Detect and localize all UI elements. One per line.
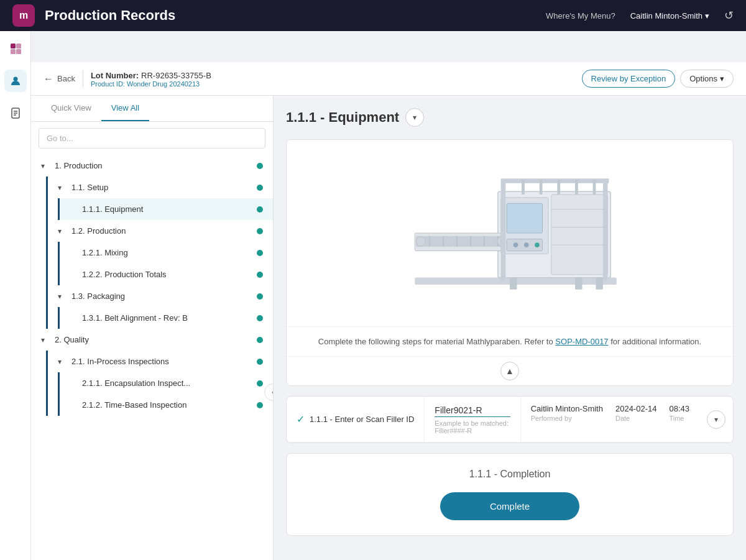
svg-rect-26 xyxy=(501,178,609,183)
performed-by-label: Performed by xyxy=(531,415,603,422)
form-action-cell: ▾ xyxy=(699,397,733,442)
lot-number-line: Lot Number: RR-92635-33755-B xyxy=(91,70,211,80)
status-dot xyxy=(257,272,263,278)
svg-rect-31 xyxy=(593,180,596,195)
tree-item-encapsulation[interactable]: 2.1.1. Encapsulation Inspect... xyxy=(60,372,273,394)
tree-item-time-based[interactable]: 2.1.2. Time-Based Inspection xyxy=(60,394,273,416)
status-dot xyxy=(257,402,263,408)
status-dot xyxy=(257,293,263,300)
time-label: Time xyxy=(669,415,689,422)
menu-help-link[interactable]: Where's My Menu? xyxy=(546,11,615,21)
sub-header-right: Review by Exception Options ▾ xyxy=(582,70,734,88)
left-panel: Quick View View All ▾ 1. Production xyxy=(31,96,274,560)
status-dot xyxy=(257,315,263,321)
svg-rect-3 xyxy=(16,49,21,54)
top-nav-right: Where's My Menu? Caitlin Minton-Smith ▾ … xyxy=(546,9,734,22)
status-dot xyxy=(257,337,263,343)
product-id-line: Product ID: Wonder Drug 20240213 xyxy=(91,80,211,88)
sidebar-home-icon[interactable] xyxy=(4,37,27,60)
goto-input[interactable] xyxy=(39,128,265,149)
svg-rect-40 xyxy=(575,278,582,290)
form-row-dropdown-button[interactable]: ▾ xyxy=(707,410,725,429)
chevron-down-icon: ▾ xyxy=(41,336,50,344)
tree-item-in-process[interactable]: ▾ 2.1. In-Process Inspections xyxy=(48,351,273,372)
form-hint: Example to be matched: Filler####-R xyxy=(435,420,510,434)
sop-link[interactable]: SOP-MD-0017 xyxy=(555,337,608,346)
tree-item-belt-alignment[interactable]: 1.3.1. Belt Alignment - Rev: B xyxy=(60,307,273,329)
back-button[interactable]: ← Back xyxy=(44,73,75,85)
status-dot xyxy=(257,380,263,387)
card-collapse-button[interactable]: ▲ xyxy=(500,362,519,380)
svg-point-19 xyxy=(416,237,425,246)
tree-item-quality[interactable]: ▾ 2. Quality xyxy=(31,329,273,351)
chevron-down-icon: ▾ xyxy=(41,162,50,170)
date-group: 2024-02-14 Date xyxy=(615,404,657,422)
back-arrow-icon: ← xyxy=(44,73,53,85)
right-panel: 1.1.1 - Equipment ▾ xyxy=(274,96,746,560)
svg-rect-30 xyxy=(575,180,578,195)
filler-id-input[interactable] xyxy=(435,404,510,417)
time-value: 08:43 xyxy=(669,404,689,413)
nav-tree: ▾ 1. Production ▾ 1.1. Setup xyxy=(31,155,273,560)
svg-rect-0 xyxy=(11,44,16,48)
chevron-down-icon: ▾ xyxy=(58,227,67,236)
form-input-cell: Example to be matched: Filler####-R xyxy=(425,397,520,442)
tree-section-2: ▾ 2. Quality ▾ 2.1. In-Process Inspectio… xyxy=(31,329,273,416)
sidebar-docs-icon[interactable] xyxy=(4,102,27,124)
svg-rect-28 xyxy=(540,180,543,195)
svg-point-36 xyxy=(513,242,518,247)
chevron-down-icon: ▾ xyxy=(58,357,67,366)
tree-item-packaging[interactable]: ▾ 1.3. Packaging xyxy=(48,285,273,307)
tree-item-production-sub[interactable]: ▾ 1.2. Production xyxy=(48,220,273,242)
section-title: 1.1.1 - Equipment xyxy=(286,109,399,126)
svg-rect-23 xyxy=(551,195,608,275)
app-sidebar xyxy=(0,31,31,560)
form-meta-cell: Caitlin Minton-Smith Performed by 2024-0… xyxy=(521,397,699,442)
svg-point-4 xyxy=(13,77,17,81)
tree-item-setup[interactable]: ▾ 1.1. Setup xyxy=(48,177,273,198)
tree-section-1: ▾ 1. Production ▾ 1.1. Setup xyxy=(31,155,273,329)
svg-rect-22 xyxy=(507,203,542,233)
status-dot xyxy=(257,206,263,213)
status-dot xyxy=(257,228,263,234)
user-menu[interactable]: Caitlin Minton-Smith ▾ xyxy=(630,11,709,21)
options-chevron-icon: ▾ xyxy=(720,74,724,83)
review-by-exception-button[interactable]: Review by Exception xyxy=(582,70,676,88)
svg-rect-39 xyxy=(510,278,517,290)
svg-point-37 xyxy=(524,242,529,247)
svg-rect-29 xyxy=(557,180,560,195)
performed-by-value: Caitlin Minton-Smith xyxy=(531,404,603,413)
form-check-cell: ✓ 1.1.1 - Enter or Scan Filler ID xyxy=(287,397,425,442)
date-value: 2024-02-14 xyxy=(615,404,657,413)
date-label: Date xyxy=(615,415,657,422)
svg-rect-25 xyxy=(603,180,608,280)
options-button[interactable]: Options ▾ xyxy=(680,70,734,88)
equipment-image xyxy=(287,140,733,326)
tree-item-equipment[interactable]: 1.1.1. Equipment xyxy=(60,198,273,220)
complete-button[interactable]: Complete xyxy=(440,492,579,520)
sidebar-user-icon[interactable] xyxy=(4,70,27,92)
form-row: ✓ 1.1.1 - Enter or Scan Filler ID Exampl… xyxy=(287,397,733,443)
svg-rect-27 xyxy=(522,180,525,195)
section-title-row: 1.1.1 - Equipment ▾ xyxy=(286,108,734,127)
top-nav: m Production Records Where's My Menu? Ca… xyxy=(0,0,746,31)
section-dropdown-button[interactable]: ▾ xyxy=(405,108,424,127)
tree-item-production[interactable]: ▾ 1. Production xyxy=(31,155,273,177)
refresh-icon[interactable]: ↺ xyxy=(724,9,734,22)
equipment-description: Complete the following steps for materia… xyxy=(287,326,733,356)
content-area: Quick View View All ▾ 1. Production xyxy=(31,96,746,560)
chevron-down-icon: ▾ xyxy=(58,183,67,192)
app-title: Production Records xyxy=(45,7,546,24)
tab-quick-view[interactable]: Quick View xyxy=(41,96,101,121)
app-logo: m xyxy=(12,4,35,27)
svg-rect-2 xyxy=(11,49,16,54)
svg-point-38 xyxy=(535,242,540,247)
tree-item-mixing[interactable]: 1.2.1. Mixing xyxy=(60,242,273,264)
main-layout: ← Back Lot Number: RR-92635-33755-B Prod… xyxy=(31,62,746,560)
status-dot xyxy=(257,250,263,256)
equipment-card: Complete the following steps for materia… xyxy=(286,139,734,386)
tab-view-all[interactable]: View All xyxy=(101,96,149,121)
chevron-down-icon: ▾ xyxy=(58,292,67,301)
tree-item-production-totals[interactable]: 1.2.2. Production Totals xyxy=(60,264,273,285)
svg-rect-41 xyxy=(596,278,602,290)
